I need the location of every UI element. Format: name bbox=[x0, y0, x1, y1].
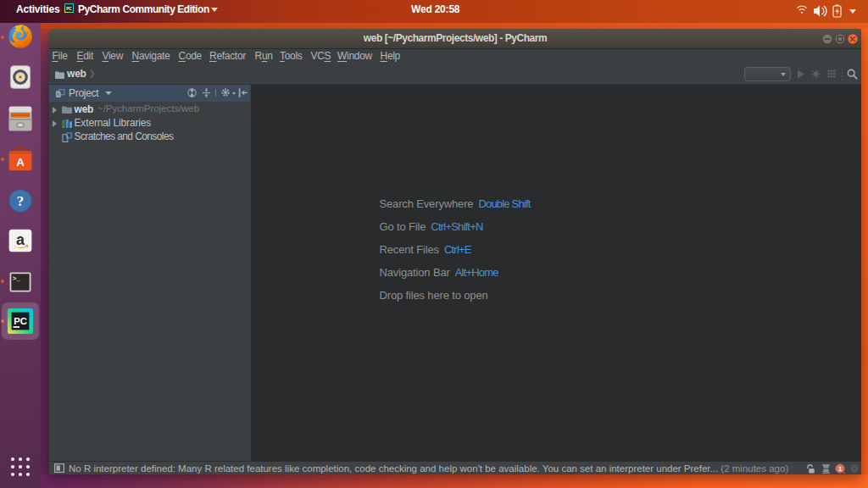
svg-text:PC: PC bbox=[14, 316, 27, 326]
svg-text:1: 1 bbox=[838, 465, 842, 473]
svg-text:A: A bbox=[16, 156, 25, 169]
svg-text:a: a bbox=[16, 231, 25, 248]
svg-text:?: ? bbox=[17, 193, 24, 209]
svg-text:PC: PC bbox=[66, 7, 72, 11]
svg-text:>_: >_ bbox=[13, 275, 21, 282]
